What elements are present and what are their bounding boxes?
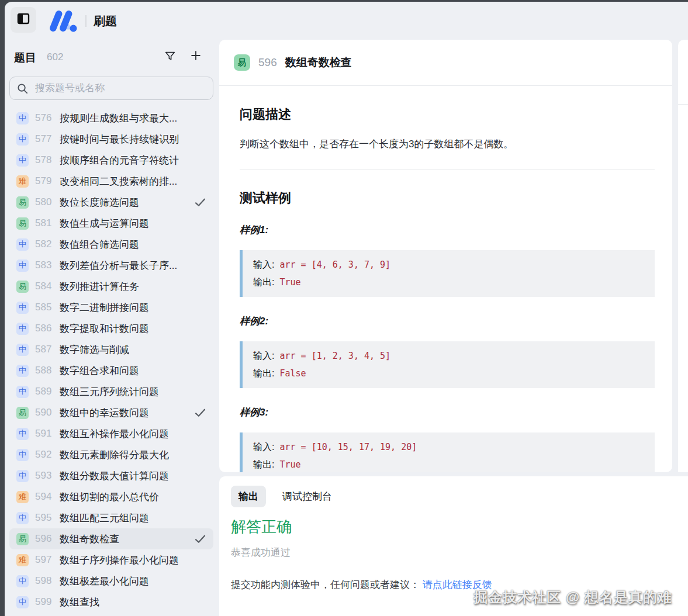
input-label: 输入: bbox=[253, 259, 274, 269]
problem-title: 数组互补操作最小化问题 bbox=[60, 427, 194, 441]
difficulty-badge: 易 bbox=[16, 196, 29, 209]
problem-list-item[interactable]: 难 579 改变相同二叉搜索树的排... bbox=[9, 171, 213, 192]
problem-title: 数字提取和计数问题 bbox=[60, 322, 194, 335]
difficulty-badge: 中 bbox=[16, 449, 29, 461]
example-output-line: 输出:True bbox=[253, 274, 644, 291]
watermark: 掘金技术社区 @ 想名是真的难 bbox=[473, 588, 672, 607]
feedback-text: 提交功能内测体验中，任何问题或者建议： bbox=[231, 579, 420, 590]
input-code: arr = [1, 2, 3, 4, 5] bbox=[279, 351, 390, 361]
problem-list-item[interactable]: 中 586 数字提取和计数问题 bbox=[9, 318, 213, 339]
tab-debug-console[interactable]: 调试控制台 bbox=[281, 486, 333, 507]
problem-list-item[interactable]: 易 581 数值生成与运算问题 bbox=[9, 213, 213, 234]
problem-number: 584 bbox=[35, 281, 55, 292]
problem-list-item[interactable]: 中 587 数字筛选与削减 bbox=[9, 339, 213, 360]
difficulty-badge: 中 bbox=[16, 259, 29, 272]
problem-count: 602 bbox=[47, 51, 63, 63]
example-label: 样例2: bbox=[240, 316, 655, 327]
problem-number: 595 bbox=[35, 512, 55, 524]
app-logo[interactable] bbox=[48, 9, 78, 35]
problem-list-item[interactable]: 中 585 数字二进制拼接问题 bbox=[9, 297, 213, 318]
problem-list-item[interactable]: 难 597 数组子序列操作最小化问题 bbox=[9, 549, 213, 570]
example-label: 样例3: bbox=[240, 407, 655, 418]
problem-number: 591 bbox=[35, 428, 55, 439]
difficulty-badge: 中 bbox=[16, 112, 29, 124]
problem-number: 589 bbox=[35, 386, 55, 397]
difficulty-badge: 中 bbox=[16, 428, 29, 440]
example-code-block: 输入:arr = [1, 2, 3, 4, 5] 输出:False bbox=[240, 341, 655, 388]
problem-list-item[interactable]: 中 595 数组匹配三元组问题 bbox=[9, 507, 213, 528]
output-code: True bbox=[279, 277, 300, 288]
problem-list-item[interactable]: 中 583 数列差值分析与最长子序... bbox=[9, 255, 213, 276]
problem-title: 数组切割的最小总代价 bbox=[60, 490, 194, 504]
problem-number: 577 bbox=[35, 133, 55, 145]
difficulty-badge: 中 bbox=[16, 596, 29, 608]
problem-number: 596 bbox=[258, 56, 277, 69]
example-output-line: 输出:True bbox=[253, 456, 644, 472]
problem-number: 592 bbox=[35, 449, 55, 461]
problem-list-item[interactable]: 中 588 数字组合求和问题 bbox=[9, 360, 213, 381]
problem-header: 易 596 数组奇数检查 bbox=[219, 40, 672, 86]
problem-title: 数位长度筛选问题 bbox=[60, 196, 194, 209]
add-problem-button[interactable] bbox=[188, 49, 203, 64]
problem-list-item[interactable]: 易 580 数位长度筛选问题 bbox=[9, 192, 213, 213]
filter-button[interactable] bbox=[163, 50, 178, 65]
examples-container: 样例1: 输入:arr = [4, 6, 3, 7, 9] 输出:True 样例… bbox=[240, 224, 655, 472]
difficulty-badge: 难 bbox=[16, 491, 29, 503]
example-code-block: 输入:arr = [4, 6, 3, 7, 9] 输出:True bbox=[240, 250, 655, 297]
search-box[interactable] bbox=[9, 77, 213, 100]
search-input[interactable] bbox=[34, 82, 206, 95]
output-label: 输出: bbox=[253, 277, 274, 287]
difficulty-badge: 中 bbox=[16, 323, 29, 335]
difficulty-badge: 中 bbox=[16, 365, 29, 377]
problem-list-item[interactable]: 难 594 数组切割的最小总代价 bbox=[9, 486, 213, 507]
difficulty-badge: 难 bbox=[16, 175, 29, 188]
difficulty-badge: 中 bbox=[16, 575, 29, 587]
problem-list-item[interactable]: 中 599 数组查找 bbox=[9, 591, 213, 612]
example: 样例3: 输入:arr = [10, 15, 17, 19, 20] 输出:Tr… bbox=[240, 407, 655, 472]
check-icon bbox=[194, 407, 206, 419]
difficulty-badge: 易 bbox=[16, 217, 29, 230]
problem-number: 598 bbox=[35, 575, 55, 587]
problem-title: 按键时间与最长持续键识别 bbox=[60, 133, 194, 146]
problem-list-item[interactable]: 易 590 数组中的幸运数问题 bbox=[9, 402, 213, 423]
example-code-block: 输入:arr = [10, 15, 17, 19, 20] 输出:True bbox=[240, 432, 655, 472]
problem-title: 数组奇数检查 bbox=[285, 55, 352, 70]
problem-number: 593 bbox=[35, 470, 55, 482]
problem-list-item[interactable]: 中 582 数值组合筛选问题 bbox=[9, 234, 213, 255]
problem-content: 问题描述 判断这个数组中，是否存在一个长度为3的子数组都不是偶数。 测试样例 样… bbox=[219, 86, 672, 472]
topbar-divider bbox=[85, 15, 87, 27]
problem-list-item[interactable]: 中 598 数组极差最小化问题 bbox=[9, 570, 213, 591]
problem-title: 数列推进计算任务 bbox=[60, 280, 194, 293]
sidebar-toggle-button[interactable] bbox=[11, 7, 36, 33]
problem-list-item[interactable]: 易 584 数列推进计算任务 bbox=[9, 276, 213, 297]
problem-list-item[interactable]: 易 596 数组奇数检查 bbox=[9, 528, 213, 549]
problem-number: 579 bbox=[35, 175, 55, 187]
problem-list-item[interactable]: 中 592 数组元素删除得分最大化 bbox=[9, 444, 213, 465]
problem-list-item[interactable]: 中 577 按键时间与最长持续键识别 bbox=[9, 129, 213, 150]
problem-list-item[interactable]: 中 578 按顺序组合的元音字符统计 bbox=[9, 150, 213, 171]
problem-number: 583 bbox=[35, 259, 55, 271]
problem-list-item[interactable]: 中 593 数组分数最大值计算问题 bbox=[9, 465, 213, 486]
problem-title: 数组中的幸运数问题 bbox=[60, 406, 194, 420]
problem-number: 594 bbox=[35, 491, 55, 503]
difficulty-badge: 易 bbox=[16, 281, 29, 293]
filter-icon bbox=[164, 50, 177, 65]
tab-output[interactable]: 输出 bbox=[231, 486, 266, 507]
problem-list-item[interactable]: 中 589 数组三元序列统计问题 bbox=[9, 381, 213, 402]
difficulty-badge: 中 bbox=[16, 386, 29, 398]
example-input-line: 输入:arr = [1, 2, 3, 4, 5] bbox=[253, 347, 644, 365]
problem-title: 数组元素删除得分最大化 bbox=[60, 448, 194, 462]
problem-list-item[interactable]: 中 576 按规则生成数组与求最大... bbox=[9, 108, 213, 129]
problem-list-item[interactable]: 中 591 数组互补操作最小化问题 bbox=[9, 423, 213, 444]
problem-title: 数字二进制拼接问题 bbox=[60, 301, 194, 314]
plus-icon bbox=[189, 49, 202, 64]
search-icon bbox=[16, 82, 29, 95]
output-code: False bbox=[279, 368, 306, 379]
result-status: 解答正确 bbox=[231, 517, 676, 537]
example-label: 样例1: bbox=[240, 224, 655, 236]
problem-list: 中 576 按规则生成数组与求最大... 中 577 按键时间与最长持续键识别 … bbox=[9, 108, 213, 612]
examples-heading: 测试样例 bbox=[240, 191, 655, 206]
problem-title: 数组匹配三元组问题 bbox=[60, 511, 194, 525]
input-code: arr = [10, 15, 17, 19, 20] bbox=[279, 442, 417, 452]
input-code: arr = [4, 6, 3, 7, 9] bbox=[279, 259, 390, 270]
